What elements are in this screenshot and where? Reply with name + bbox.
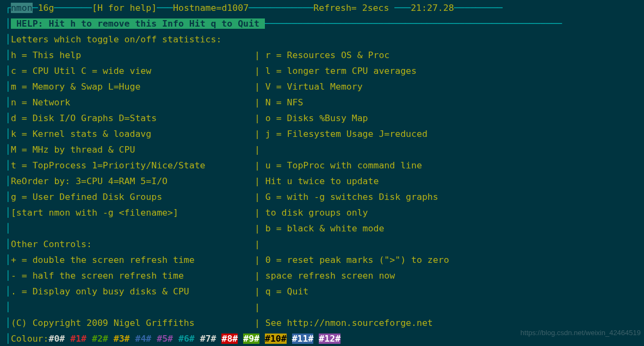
separator-pipe: |: [255, 255, 265, 265]
right-cell: to disk groups only: [265, 205, 368, 221]
colour-0: #0#: [48, 334, 65, 344]
separator-pipe: |: [255, 192, 265, 202]
separator-pipe: |: [255, 129, 265, 139]
colour-label: Colour:: [11, 334, 49, 344]
help-row: │g = User Defined Disk Groups| G = with …: [0, 189, 644, 205]
colour-2: #2#: [92, 334, 108, 344]
right-cell: q = Quit: [265, 284, 308, 299]
colour-7: #7#: [200, 334, 216, 344]
right-cell: j = Filesystem Usage J=reduced: [265, 126, 428, 142]
separator-pipe: |: [255, 66, 265, 76]
colour-9: #9#: [243, 334, 259, 344]
host-label: Hostname=: [173, 3, 221, 13]
colour-10: #10#: [265, 334, 287, 344]
help-row: │Other Controls:|: [0, 236, 644, 252]
help-row: │k = Kernel stats & loadavg| j = Filesys…: [0, 126, 644, 142]
left-cell: d = Disk I/O Graphs D=Stats: [11, 110, 255, 126]
help-row: │M = MHz by thread & CPU|: [0, 142, 644, 158]
left-cell: [start nmon with -g <filename>]: [11, 205, 255, 221]
help-row: │t = TopProcess 1=Priority/Nice/State| u…: [0, 158, 644, 173]
left-cell: g = User Defined Disk Groups: [11, 189, 255, 205]
section-title: Letters which toggle on/off statistics:: [11, 34, 221, 45]
colour-4: #4#: [135, 334, 151, 344]
right-cell: o = Disks %Busy Map: [265, 110, 368, 126]
separator-pipe: |: [255, 144, 265, 155]
help-bar-row: │ HELP: Hit h to remove this Info Hit q …: [0, 16, 644, 32]
help-bar-left: HELP: Hit h to remove this Info Hit q to…: [11, 18, 265, 29]
right-cell: r = Resources OS & Proc: [265, 47, 389, 63]
separator-pipe: |: [255, 160, 265, 171]
right-cell: Hit u twice to update: [265, 173, 379, 189]
help-row: │n = Network| N = NFS: [0, 95, 644, 110]
help-row: │| b = black & white mode: [0, 221, 644, 236]
header-line: ┌nmon─16g───────[H for help]───Hostname=…: [0, 0, 644, 16]
right-cell: N = NFS: [265, 95, 304, 110]
colour-3: #3#: [114, 334, 130, 344]
right-cell: G = with -g switches Disk graphs: [265, 189, 438, 205]
separator-pipe: |: [255, 270, 265, 281]
left-cell: c = CPU Util C = wide view: [11, 63, 255, 79]
section-title-row: │Letters which toggle on/off statistics:: [0, 32, 644, 47]
left-cell: + = double the screen refresh time: [11, 252, 255, 268]
right-cell: See http://nmon.sourceforge.net: [265, 315, 433, 331]
prog-name: nmon: [11, 3, 33, 13]
colour-8: #8#: [221, 334, 238, 344]
colour-12: #12#: [319, 334, 340, 344]
separator-pipe: |: [255, 207, 265, 218]
left-cell: k = Kernel stats & loadavg: [11, 126, 255, 142]
colour-5: #5#: [157, 334, 173, 344]
refresh: 2secs: [362, 3, 389, 13]
help-hint: [H for help]: [92, 3, 157, 13]
left-cell: M = MHz by thread & CPU: [11, 142, 255, 158]
help-row: │|: [0, 299, 644, 315]
left-cell: m = Memory & Swap L=Huge: [11, 79, 255, 95]
right-cell: b = black & white mode: [265, 221, 385, 236]
left-cell: - = half the screen refresh time: [11, 268, 255, 284]
colour-6: #6#: [178, 334, 195, 344]
separator-pipe: |: [255, 302, 265, 312]
right-cell: V = Virtual Memory: [265, 79, 363, 95]
hostname: d1007: [221, 3, 249, 13]
left-cell: (C) Copyright 2009 Nigel Griffiths: [11, 315, 255, 331]
help-row: │c = CPU Util C = wide view| l = longer …: [0, 63, 644, 79]
left-cell: n = Network: [11, 95, 255, 110]
separator-pipe: |: [255, 113, 265, 123]
right-cell: u = TopProc with command line: [265, 158, 422, 173]
refresh-label: Refresh=: [313, 3, 362, 13]
version: 16g: [38, 3, 54, 13]
help-row: │ ReOrder by: 3=CPU 4=RAM 5=I/O| Hit u t…: [0, 173, 644, 189]
help-row: │h = This help| r = Resources OS & Proc: [0, 47, 644, 63]
separator-pipe: |: [255, 81, 265, 92]
separator-pipe: |: [255, 176, 265, 186]
left-cell: Other Controls:: [11, 236, 255, 252]
watermark: https://blog.csdn.net/weixin_42464519: [521, 325, 641, 341]
left-cell: . = Display only busy disks & CPU: [11, 284, 255, 299]
help-row: │. = Display only busy disks & CPU| q = …: [0, 284, 644, 299]
right-cell: space refresh screen now: [265, 268, 395, 284]
separator-pipe: |: [255, 97, 265, 108]
help-row: │d = Disk I/O Graphs D=Stats| o = Disks …: [0, 110, 644, 126]
right-cell: l = longer term CPU averages: [265, 63, 417, 79]
separator-pipe: |: [255, 318, 265, 328]
help-row: │m = Memory & Swap L=Huge| V = Virtual M…: [0, 79, 644, 95]
left-cell: h = This help: [11, 47, 255, 63]
right-cell: 0 = reset peak marks (">") to zero: [265, 252, 449, 268]
separator-pipe: |: [255, 286, 265, 297]
separator-pipe: |: [255, 239, 265, 249]
colour-1: #1#: [70, 334, 86, 344]
separator-pipe: |: [255, 50, 265, 60]
colour-11: #11#: [292, 334, 314, 344]
help-row: │+ = double the screen refresh time| 0 =…: [0, 252, 644, 268]
terminal-window: ┌nmon─16g───────[H for help]───Hostname=…: [0, 0, 644, 346]
clock: 21:27.28: [411, 3, 454, 13]
left-cell: t = TopProcess 1=Priority/Nice/State: [11, 158, 255, 173]
separator-pipe: |: [255, 223, 265, 234]
left-cell: ReOrder by: 3=CPU 4=RAM 5=I/O: [11, 173, 255, 189]
help-row: │ [start nmon with -g <filename>]| to di…: [0, 205, 644, 221]
help-row: │- = half the screen refresh time| space…: [0, 268, 644, 284]
